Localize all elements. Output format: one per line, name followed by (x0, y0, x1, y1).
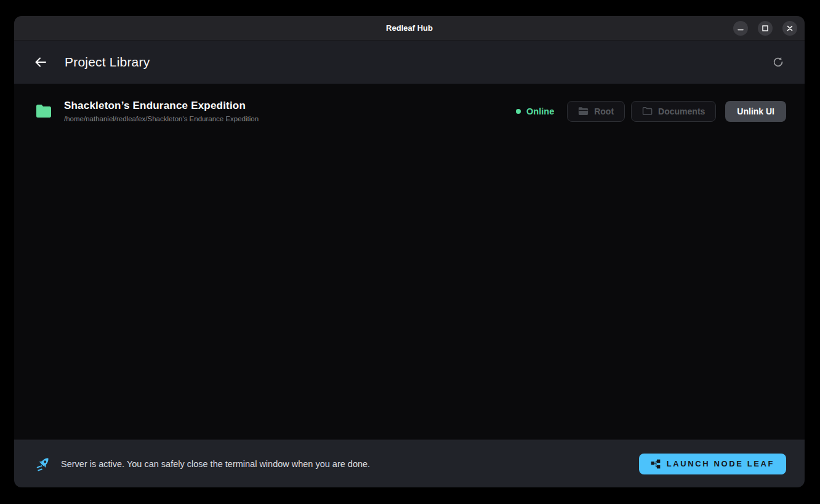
launch-node-leaf-button[interactable]: LAUNCH NODE LEAF (639, 454, 786, 474)
page-title: Project Library (65, 55, 150, 70)
folder-open-icon (578, 106, 589, 116)
project-path: /home/nathaniel/redleafex/Shackleton's E… (64, 115, 259, 122)
documents-button-label: Documents (658, 106, 705, 116)
refresh-button[interactable] (770, 54, 786, 70)
project-name: Shackleton’s Endurance Expedition (64, 100, 259, 112)
project-info: Shackleton’s Endurance Expedition /home/… (64, 100, 259, 122)
status-dot-icon (516, 109, 521, 114)
project-list: Shackleton’s Endurance Expedition /home/… (14, 84, 805, 439)
project-row: Shackleton’s Endurance Expedition /home/… (14, 84, 805, 122)
close-button[interactable] (782, 21, 797, 36)
unlink-ui-button[interactable]: Unlink UI (725, 101, 786, 122)
server-status-message: Server is active. You can safely close t… (61, 459, 370, 469)
close-icon (786, 25, 794, 32)
status-badge: Online (516, 106, 554, 116)
titlebar: Redleaf Hub (14, 16, 805, 41)
rocket-icon (35, 455, 52, 473)
node-tree-icon (651, 459, 661, 469)
status-label: Online (526, 106, 554, 116)
status-bar: Server is active. You can safely close t… (14, 439, 805, 487)
documents-button[interactable]: Documents (631, 101, 716, 122)
folder-outline-icon (642, 106, 653, 116)
app-window: Redleaf Hub Project Library (14, 16, 805, 487)
root-button[interactable]: Root (567, 101, 625, 122)
window-controls (733, 16, 797, 40)
maximize-icon (762, 25, 769, 32)
root-button-label: Root (594, 106, 614, 116)
folder-icon (35, 103, 52, 119)
maximize-button[interactable] (758, 21, 773, 36)
window-title: Redleaf Hub (386, 23, 433, 33)
refresh-icon (771, 55, 785, 69)
back-button[interactable] (33, 54, 49, 70)
minimize-icon (737, 25, 744, 32)
page-header: Project Library (14, 41, 805, 84)
project-actions: Online Root Documents Unlink UI (516, 101, 786, 122)
launch-button-label: LAUNCH NODE LEAF (667, 459, 774, 468)
arrow-left-icon (33, 55, 48, 70)
minimize-button[interactable] (733, 21, 748, 36)
